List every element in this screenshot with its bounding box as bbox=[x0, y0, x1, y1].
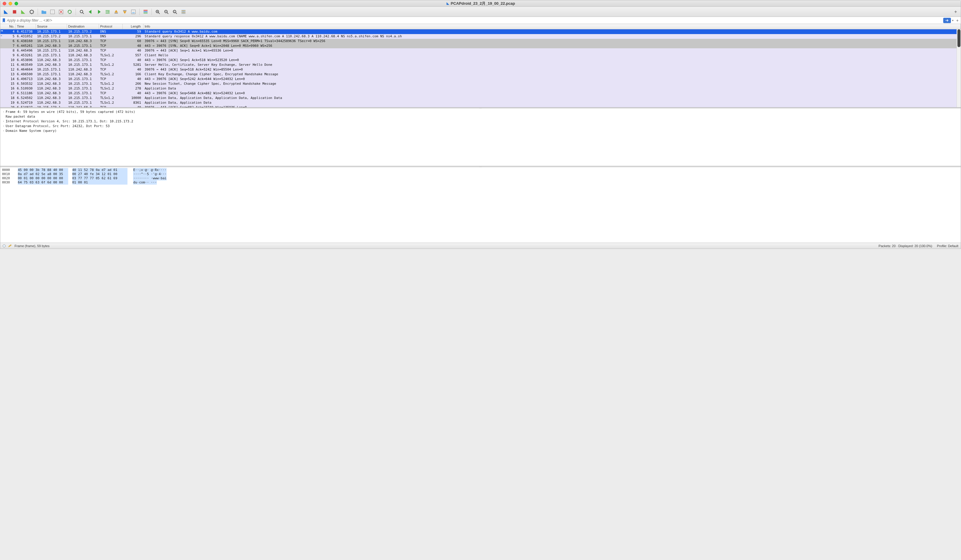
display-filter-input[interactable] bbox=[7, 18, 943, 22]
packet-bytes-pane[interactable]: 0000 45 00 00 3b 78 88 40 00 40 11 52 78… bbox=[0, 167, 961, 243]
packet-list-pane: No. Time Source Destination Protocol Len… bbox=[0, 24, 961, 108]
go-to-packet-button[interactable] bbox=[104, 8, 111, 16]
svg-line-7 bbox=[33, 13, 34, 13]
expert-info-button[interactable] bbox=[3, 244, 6, 247]
status-profile[interactable]: Profile: Default bbox=[937, 244, 958, 248]
svg-rect-23 bbox=[123, 10, 126, 11]
column-header-source[interactable]: Source bbox=[36, 24, 67, 29]
disclosure-triangle-icon[interactable]: › bbox=[2, 120, 6, 123]
column-header-info[interactable]: Info bbox=[143, 24, 961, 29]
zoom-out-button[interactable] bbox=[162, 8, 170, 16]
disclosure-triangle-icon[interactable]: › bbox=[2, 110, 6, 113]
wireshark-fin-icon bbox=[446, 2, 450, 5]
go-forward-button[interactable] bbox=[95, 8, 103, 16]
packet-row[interactable]: 146.496713110.242.68.310.215.173.1TCP404… bbox=[0, 77, 961, 82]
display-filter-bar: ▾ + bbox=[0, 17, 961, 24]
reload-file-button[interactable] bbox=[66, 8, 74, 16]
column-header-time[interactable]: Time bbox=[16, 24, 36, 29]
packet-row[interactable]: 206.52482710.215.173.1110.242.68.3TCP403… bbox=[0, 105, 961, 108]
go-back-button[interactable] bbox=[87, 8, 94, 16]
details-row[interactable]: Raw packet data bbox=[2, 114, 959, 119]
scrollbar-thumb[interactable] bbox=[958, 29, 960, 47]
svg-text:1: 1 bbox=[174, 10, 175, 13]
save-file-button[interactable] bbox=[48, 8, 56, 16]
details-row[interactable]: ›Domain Name System (query) bbox=[2, 128, 959, 133]
zoom-window-button[interactable] bbox=[14, 2, 18, 5]
column-header-no[interactable]: No. bbox=[0, 24, 16, 29]
packet-row[interactable]: 136.49650010.215.173.1110.242.68.3TLSv1.… bbox=[0, 72, 961, 77]
go-to-last-button[interactable] bbox=[121, 8, 129, 16]
svg-rect-22 bbox=[114, 13, 118, 13]
close-window-button[interactable] bbox=[3, 2, 6, 5]
details-row[interactable]: ›Internet Protocol Version 4, Src: 10.21… bbox=[2, 119, 959, 124]
packet-row[interactable]: 116.463549110.242.68.310.215.173.1TLSv1.… bbox=[0, 63, 961, 67]
details-row[interactable]: ›User Datagram Protocol, Src Port: 24232… bbox=[2, 124, 959, 128]
packet-row[interactable]: 126.46466410.215.173.1110.242.68.3TCP403… bbox=[0, 67, 961, 72]
restart-capture-button[interactable] bbox=[19, 8, 27, 16]
column-header-protocol[interactable]: Protocol bbox=[99, 24, 123, 29]
filter-history-dropdown[interactable]: ▾ bbox=[951, 19, 954, 22]
svg-rect-28 bbox=[143, 10, 148, 11]
svg-rect-30 bbox=[143, 13, 148, 13]
open-file-button[interactable] bbox=[40, 8, 48, 16]
packet-list-header[interactable]: No. Time Source Destination Protocol Len… bbox=[0, 24, 961, 29]
app-window: PCAPdroid_23_2月_19_00_22.pcap 1 + bbox=[0, 0, 961, 249]
new-tab-button[interactable]: + bbox=[953, 9, 959, 15]
column-header-length[interactable]: Length bbox=[123, 24, 143, 29]
auto-scroll-button[interactable] bbox=[130, 8, 137, 16]
packet-row[interactable]: 86.44549610.215.173.1110.242.68.3TCP4039… bbox=[0, 48, 961, 53]
packet-row[interactable]: 66.43816010.215.173.1110.242.68.3TCP6039… bbox=[0, 39, 961, 43]
hex-row[interactable]: 0030 64 75 03 63 6f 6d 00 00 01 00 01 du… bbox=[2, 180, 959, 185]
packet-list-scrollbar[interactable] bbox=[956, 29, 961, 107]
window-controls bbox=[3, 2, 18, 5]
svg-line-18 bbox=[82, 13, 84, 14]
details-row[interactable]: ›Frame 4: 59 bytes on wire (472 bits), 5… bbox=[2, 109, 959, 114]
packet-row[interactable]: 176.511186110.242.68.310.215.173.1TCP404… bbox=[0, 91, 961, 96]
svg-line-9 bbox=[33, 10, 34, 11]
find-packet-button[interactable] bbox=[78, 8, 86, 16]
add-filter-button[interactable]: + bbox=[955, 18, 960, 23]
resize-columns-button[interactable] bbox=[180, 8, 187, 16]
svg-line-6 bbox=[30, 10, 31, 11]
disclosure-triangle-icon[interactable]: › bbox=[2, 124, 6, 127]
hex-row[interactable]: 0010 0a d7 ad 02 5e a8 00 35 00 27 40 fe… bbox=[2, 172, 959, 176]
disclosure-triangle-icon[interactable]: › bbox=[2, 129, 6, 132]
packet-row[interactable]: ⬅56.43105210.215.173.210.215.173.1DNS296… bbox=[0, 34, 961, 39]
status-packet-counts: Packets: 20 · Displayed: 20 (100.0%) bbox=[879, 244, 932, 248]
apply-filter-button[interactable] bbox=[943, 18, 951, 23]
svg-rect-29 bbox=[143, 11, 148, 12]
stop-capture-button[interactable] bbox=[11, 8, 18, 16]
packet-row[interactable]: 106.453896110.242.68.310.215.173.1TCP404… bbox=[0, 58, 961, 63]
packet-row[interactable]: 196.524719110.242.68.310.215.173.1TLSv1.… bbox=[0, 100, 961, 105]
svg-line-8 bbox=[30, 13, 31, 13]
packet-row[interactable]: 186.524502110.242.68.310.215.173.1TLSv1.… bbox=[0, 96, 961, 100]
bookmark-filter-icon[interactable] bbox=[2, 18, 6, 23]
close-file-button[interactable] bbox=[57, 8, 65, 16]
svg-line-36 bbox=[167, 13, 169, 14]
svg-line-39 bbox=[175, 13, 177, 14]
window-title: PCAPdroid_23_2月_19_00_22.pcap bbox=[0, 1, 961, 6]
status-bar: Frame (frame), 59 bytes Packets: 20 · Di… bbox=[0, 243, 961, 249]
hex-row[interactable]: 0000 45 00 00 3b 78 88 40 00 40 11 52 78… bbox=[2, 168, 959, 172]
colorize-button[interactable] bbox=[142, 8, 149, 16]
packet-row[interactable]: 76.445261110.242.68.310.215.173.1TCP4844… bbox=[0, 43, 961, 48]
zoom-in-button[interactable] bbox=[154, 8, 162, 16]
minimize-window-button[interactable] bbox=[9, 2, 12, 5]
packet-row[interactable]: 96.45326110.215.173.1110.242.68.3TLSv1.2… bbox=[0, 53, 961, 58]
packet-details-pane[interactable]: ›Frame 4: 59 bytes on wire (472 bits), 5… bbox=[0, 109, 961, 166]
status-field-text: Frame (frame), 59 bytes bbox=[14, 244, 50, 248]
svg-rect-27 bbox=[132, 13, 135, 13]
packet-row[interactable]: ⮕46.41173810.215.173.110.215.173.2DNS59S… bbox=[0, 29, 961, 34]
svg-point-17 bbox=[80, 10, 83, 13]
packet-row[interactable]: 166.510930110.242.68.310.215.173.1TLSv1.… bbox=[0, 86, 961, 91]
svg-rect-0 bbox=[13, 10, 16, 13]
packet-row[interactable]: 156.503532110.242.68.310.215.173.1TLSv1.… bbox=[0, 82, 961, 86]
column-header-destination[interactable]: Destination bbox=[67, 24, 99, 29]
capture-options-button[interactable] bbox=[28, 8, 35, 16]
zoom-reset-button[interactable]: 1 bbox=[171, 8, 179, 16]
hex-row[interactable]: 0020 00 01 00 00 00 00 00 00 03 77 77 77… bbox=[2, 176, 959, 180]
start-capture-button[interactable] bbox=[2, 8, 10, 16]
go-to-first-button[interactable] bbox=[112, 8, 120, 16]
main-toolbar: 1 + bbox=[0, 7, 961, 17]
edit-comment-icon[interactable] bbox=[8, 244, 12, 248]
